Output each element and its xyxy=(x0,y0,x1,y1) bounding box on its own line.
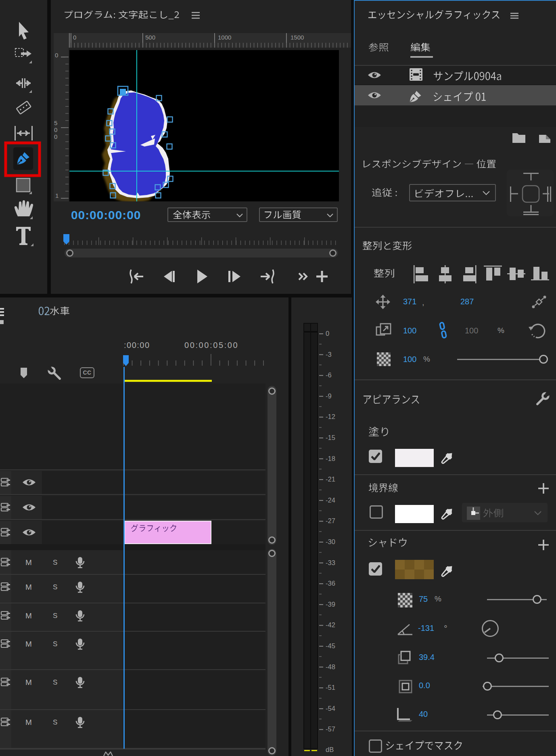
svg-text:-21: -21 xyxy=(326,475,335,483)
svg-text:-42: -42 xyxy=(326,621,335,628)
svg-text:-15: -15 xyxy=(326,434,335,441)
svg-text:-30: -30 xyxy=(326,538,335,545)
svg-text:-18: -18 xyxy=(326,455,335,462)
svg-text:M: M xyxy=(25,718,32,727)
svg-text:-36: -36 xyxy=(326,580,335,587)
svg-text:M: M xyxy=(25,678,32,687)
svg-text:S: S xyxy=(53,583,57,591)
svg-text:-24: -24 xyxy=(326,496,335,504)
svg-text:M: M xyxy=(25,558,32,567)
svg-text:M: M xyxy=(25,583,32,591)
svg-text:-51: -51 xyxy=(326,684,335,691)
svg-text:-9: -9 xyxy=(326,392,332,400)
svg-text:-54: -54 xyxy=(326,705,335,712)
svg-text:M: M xyxy=(25,612,32,620)
svg-text:S: S xyxy=(53,718,57,726)
svg-text:-27: -27 xyxy=(326,517,335,524)
svg-text:-39: -39 xyxy=(326,601,335,608)
svg-text:M: M xyxy=(25,640,32,648)
svg-text:-48: -48 xyxy=(326,663,335,670)
svg-text:S: S xyxy=(53,640,57,648)
svg-text:-3: -3 xyxy=(326,351,332,358)
svg-text:dB: dB xyxy=(326,746,334,753)
svg-text:S: S xyxy=(53,679,57,686)
svg-text:-12: -12 xyxy=(326,413,335,420)
svg-text:0: 0 xyxy=(326,330,329,337)
svg-text:-57: -57 xyxy=(326,725,335,733)
svg-text:-6: -6 xyxy=(326,371,332,379)
svg-text:-33: -33 xyxy=(326,559,335,566)
svg-text:-45: -45 xyxy=(326,642,335,649)
svg-text:S: S xyxy=(53,559,57,566)
svg-text:S: S xyxy=(53,612,57,620)
